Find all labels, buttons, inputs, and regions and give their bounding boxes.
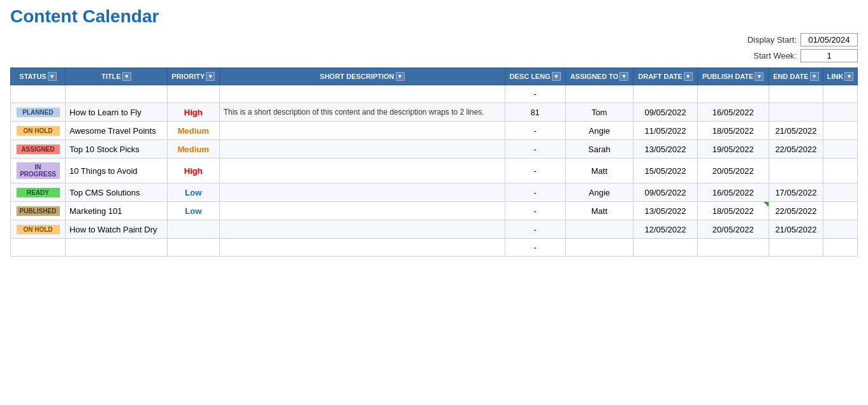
cell-title <box>66 239 168 257</box>
cell-publish-date <box>697 85 769 103</box>
cell-short-description <box>219 202 505 220</box>
cell-assigned-to: Angie <box>565 183 633 202</box>
start-week-label: Start Week: <box>753 51 797 60</box>
dropdown-arrow-draft_date[interactable]: ▼ <box>684 72 693 81</box>
col-header-publish_date: PUBLISH DATE▼ <box>697 68 769 85</box>
cell-draft-date: 09/05/2022 <box>633 183 697 202</box>
status-badge: IN PROGRESS <box>17 162 60 179</box>
cell-title <box>66 85 168 103</box>
col-header-assigned_to: ASSIGNED TO▼ <box>565 68 633 85</box>
cell-link <box>823 103 858 122</box>
dropdown-arrow-assigned_to[interactable]: ▼ <box>619 72 628 81</box>
dropdown-arrow-desc_leng[interactable]: ▼ <box>552 72 561 81</box>
cell-link <box>823 140 858 159</box>
table-row: - <box>11 239 858 257</box>
cell-desc-leng: - <box>505 85 565 103</box>
dropdown-arrow-short_description[interactable]: ▼ <box>396 72 405 81</box>
cell-publish-date: 18/05/2022 <box>697 122 769 140</box>
cell-link <box>823 159 858 183</box>
cell-priority: Low <box>167 202 219 220</box>
cell-link <box>823 220 858 239</box>
cell-draft-date: 12/05/2022 <box>633 220 697 239</box>
cell-desc-leng: - <box>505 159 565 183</box>
cell-assigned-to: Matt <box>565 159 633 183</box>
cell-assigned-to: Angie <box>565 122 633 140</box>
cell-desc-leng: - <box>505 220 565 239</box>
col-header-status: STATUS▼ <box>11 68 66 85</box>
cell-end-date: 21/05/2022 <box>769 122 823 140</box>
dropdown-arrow-status[interactable]: ▼ <box>48 72 57 81</box>
dropdown-arrow-title[interactable]: ▼ <box>122 72 131 81</box>
cell-status: READY <box>11 183 66 202</box>
cell-end-date <box>769 85 823 103</box>
cell-desc-leng: - <box>505 140 565 159</box>
table-row: IN PROGRESS10 Things to AvoidHigh-Matt15… <box>11 159 858 183</box>
cell-status <box>11 239 66 257</box>
display-start-input[interactable] <box>800 33 858 46</box>
cell-draft-date <box>633 85 697 103</box>
cell-title: Awesome Travel Points <box>66 122 168 140</box>
cell-publish-date: 16/05/2022 <box>697 103 769 122</box>
cell-publish-date: 20/05/2022 <box>697 159 769 183</box>
cell-assigned-to: Matt <box>565 202 633 220</box>
status-badge: ON HOLD <box>17 126 60 136</box>
cell-title: Marketing 101 <box>66 202 168 220</box>
table-row: ASSIGNEDTop 10 Stock PicksMedium-Sarah13… <box>11 140 858 159</box>
cell-priority: Medium <box>167 140 219 159</box>
cell-publish-date <box>697 239 769 257</box>
content-calendar-table: STATUS▼TITLE▼PRIORITY▼SHORT DESCRIPTION▼… <box>10 68 858 257</box>
dropdown-arrow-end_date[interactable]: ▼ <box>810 72 819 81</box>
cell-end-date: 21/05/2022 <box>769 220 823 239</box>
cell-status: ON HOLD <box>11 220 66 239</box>
cell-assigned-to <box>565 239 633 257</box>
cell-title: 10 Things to Avoid <box>66 159 168 183</box>
cell-status: ASSIGNED <box>11 140 66 159</box>
cell-priority: High <box>167 103 219 122</box>
cell-priority <box>167 85 219 103</box>
cell-desc-leng: - <box>505 239 565 257</box>
dropdown-arrow-priority[interactable]: ▼ <box>206 72 215 81</box>
table-row: READYTop CMS SolutionsLow-Angie09/05/202… <box>11 183 858 202</box>
table-row: - <box>11 85 858 103</box>
cell-draft-date: 13/05/2022 <box>633 140 697 159</box>
col-header-title: TITLE▼ <box>66 68 168 85</box>
cell-short-description: This is a short description of this cont… <box>219 103 505 122</box>
cell-end-date <box>769 239 823 257</box>
cell-assigned-to: Tom <box>565 103 633 122</box>
cell-publish-date: 16/05/2022 <box>697 183 769 202</box>
cell-publish-date: 18/05/2022 <box>697 202 769 220</box>
cell-link <box>823 183 858 202</box>
table-row: ON HOLDHow to Watch Paint Dry-12/05/2022… <box>11 220 858 239</box>
cell-status <box>11 85 66 103</box>
cell-status: PLANNED <box>11 103 66 122</box>
cell-priority <box>167 239 219 257</box>
cell-link <box>823 122 858 140</box>
cell-status: IN PROGRESS <box>11 159 66 183</box>
cell-draft-date <box>633 239 697 257</box>
cell-end-date <box>769 159 823 183</box>
cell-short-description <box>219 85 505 103</box>
cell-end-date: 22/05/2022 <box>769 202 823 220</box>
cell-link <box>823 202 858 220</box>
cell-assigned-to: Sarah <box>565 140 633 159</box>
cell-end-date: 22/05/2022 <box>769 140 823 159</box>
status-badge: PLANNED <box>17 108 60 117</box>
cell-priority: High <box>167 159 219 183</box>
page-title: Content Calendar <box>10 6 858 27</box>
cell-short-description <box>219 239 505 257</box>
dropdown-arrow-link[interactable]: ▼ <box>844 72 853 81</box>
cell-short-description <box>219 122 505 140</box>
cell-short-description <box>219 140 505 159</box>
cell-priority: Medium <box>167 122 219 140</box>
cell-draft-date: 09/05/2022 <box>633 103 697 122</box>
table-row: PUBLISHEDMarketing 101Low-Matt13/05/2022… <box>11 202 858 220</box>
cell-assigned-to <box>565 220 633 239</box>
dropdown-arrow-publish_date[interactable]: ▼ <box>755 72 763 81</box>
start-week-row: Start Week: <box>753 49 858 62</box>
cell-draft-date: 13/05/2022 <box>633 202 697 220</box>
table-row: ON HOLDAwesome Travel PointsMedium-Angie… <box>11 122 858 140</box>
cell-draft-date: 11/05/2022 <box>633 122 697 140</box>
cell-priority: Low <box>167 183 219 202</box>
status-badge: ON HOLD <box>17 225 60 234</box>
start-week-input[interactable] <box>800 49 858 62</box>
